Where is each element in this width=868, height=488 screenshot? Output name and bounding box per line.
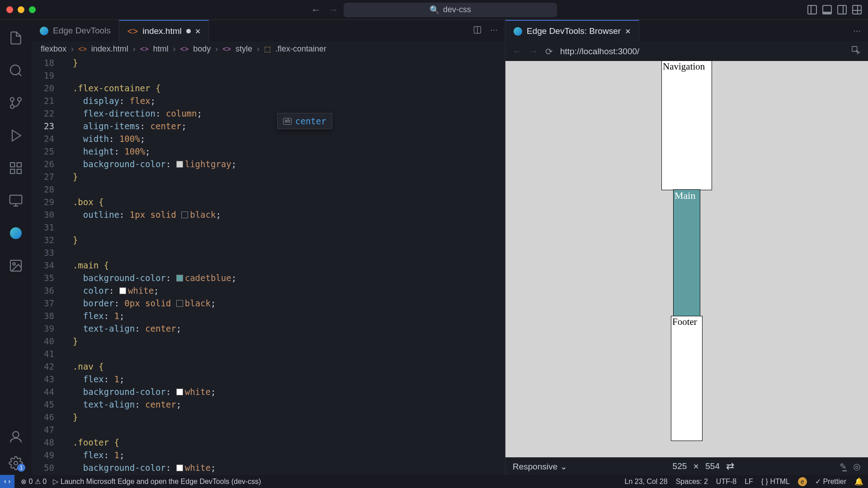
more-actions-icon[interactable]: ⋯	[490, 25, 498, 37]
edge-icon	[514, 27, 522, 36]
html-file-icon: <>	[78, 45, 87, 53]
close-window-button[interactable]	[6, 6, 13, 13]
svg-point-2	[10, 105, 14, 108]
maximize-window-button[interactable]	[29, 6, 36, 13]
preview-tabs: Edge DevTools: Browser × ⋯	[505, 20, 868, 42]
intellisense-suggestion[interactable]: ab center	[277, 113, 332, 129]
svg-point-12	[13, 432, 19, 437]
emulation-toolbar: Responsive ⌄ 525 ✕ 554 ⇄ ✎̲ ◎	[505, 457, 868, 475]
tag-icon: <>	[222, 45, 231, 53]
dimension-separator: ✕	[693, 462, 699, 471]
html-file-icon: <>	[127, 26, 138, 37]
browser-toolbar: ← → ⟳ http://localhost:3000/	[505, 42, 868, 61]
svg-point-11	[13, 263, 15, 265]
browser-forward-icon[interactable]: →	[529, 46, 538, 56]
svg-point-0	[10, 65, 20, 75]
source-control-icon[interactable]	[9, 96, 23, 110]
svg-rect-5	[10, 163, 14, 167]
indentation-status[interactable]: Spaces: 2	[676, 478, 708, 486]
viewport-height[interactable]: 554	[705, 461, 720, 471]
titlebar: ← → 🔍 dev-css	[0, 0, 868, 20]
breadcrumb-item[interactable]: html	[153, 44, 168, 54]
rotate-viewport-icon[interactable]: ⇄	[726, 460, 734, 472]
svg-marker-4	[12, 130, 21, 141]
breadcrumb-item[interactable]: body	[193, 44, 211, 54]
launch-edge-status[interactable]: ▷ Launch Microsoft Edge and open the Edg…	[53, 477, 261, 486]
tab-label: Edge DevTools: Browser	[527, 26, 621, 36]
preview-nav-element: Navigation	[662, 61, 712, 190]
notifications-icon[interactable]: 🔔	[854, 477, 863, 486]
svg-rect-7	[10, 169, 14, 174]
encoding-status[interactable]: UTF-8	[716, 478, 736, 486]
breadcrumb-item[interactable]: style	[236, 44, 252, 54]
screencast-options-icon[interactable]: ✎̲	[840, 461, 847, 472]
css-mirror-icon[interactable]: ◎	[853, 461, 861, 472]
dirty-indicator-icon	[186, 29, 191, 33]
browser-url[interactable]: http://localhost:3000/	[560, 47, 639, 56]
preview-main-element: Main	[674, 190, 700, 316]
breadcrumbs[interactable]: flexbox› <> index.html› <> html› <> body…	[32, 42, 505, 56]
nav-forward-icon[interactable]: →	[328, 4, 338, 16]
browser-back-icon[interactable]: ←	[513, 46, 522, 56]
more-actions-icon[interactable]: ⋯	[853, 26, 861, 36]
code-lines[interactable]: } .flex-container { display: flex; flex-…	[62, 56, 505, 475]
problems-status[interactable]: ⊗ 0 ⚠ 0	[21, 478, 47, 486]
tab-label: index.html	[142, 26, 182, 36]
search-label: dev-css	[443, 5, 471, 14]
preview-footer-element: Footer	[671, 316, 702, 441]
search-icon[interactable]	[9, 63, 23, 78]
edge-tools-status-icon[interactable]: e	[798, 477, 807, 486]
status-bar: ⊗ 0 ⚠ 0 ▷ Launch Microsoft Edge and open…	[0, 475, 868, 488]
svg-point-3	[10, 98, 14, 101]
image-gallery-icon[interactable]	[9, 258, 23, 273]
svg-point-1	[18, 98, 21, 101]
layout-sidebar-right-icon[interactable]	[837, 5, 847, 14]
tab-label: Edge DevTools	[53, 26, 111, 36]
layout-panel-bottom-icon[interactable]	[822, 5, 832, 14]
close-tab-icon[interactable]: ×	[625, 26, 631, 37]
language-mode-status[interactable]: { } HTML	[761, 478, 790, 486]
settings-icon[interactable]	[9, 456, 23, 470]
device-mode-dropdown[interactable]: Responsive ⌄	[513, 461, 567, 472]
viewport-width[interactable]: 525	[673, 461, 687, 471]
window-controls	[6, 6, 36, 13]
breadcrumb-item[interactable]: flexbox	[41, 44, 66, 54]
css-rule-icon: ⬚	[264, 45, 271, 53]
editor-group-left: Edge DevTools <> index.html × ⋯ flexbox›…	[32, 20, 505, 475]
minimize-window-button[interactable]	[18, 6, 24, 13]
browser-viewport[interactable]: Navigation Main Footer	[505, 61, 868, 457]
inspect-element-icon[interactable]	[851, 45, 861, 57]
tab-edge-devtools[interactable]: Edge DevTools	[32, 20, 119, 42]
extensions-icon[interactable]	[9, 161, 23, 175]
cursor-position-status[interactable]: Ln 23, Col 28	[624, 478, 667, 486]
remote-indicator[interactable]	[0, 475, 14, 488]
value-icon: ab	[283, 118, 292, 125]
nav-back-icon[interactable]: ←	[311, 4, 321, 16]
editor-group-right: Edge DevTools: Browser × ⋯ ← → ⟳ http://…	[505, 20, 868, 475]
tag-icon: <>	[180, 45, 189, 53]
browser-reload-icon[interactable]: ⟳	[545, 46, 553, 57]
svg-rect-6	[17, 163, 21, 167]
accounts-icon[interactable]	[9, 430, 23, 444]
close-tab-icon[interactable]: ×	[195, 26, 201, 37]
tab-edge-browser[interactable]: Edge DevTools: Browser ×	[505, 20, 639, 42]
svg-point-13	[14, 461, 18, 465]
explorer-icon[interactable]	[9, 31, 23, 45]
svg-rect-9	[10, 195, 22, 204]
split-editor-icon[interactable]	[473, 25, 482, 37]
code-editor[interactable]: 1819202122232425262728293031323334353637…	[32, 56, 505, 475]
prettier-status[interactable]: Prettier	[815, 477, 846, 486]
line-number-gutter: 1819202122232425262728293031323334353637…	[32, 56, 62, 475]
breadcrumb-item[interactable]: .flex-container	[275, 44, 326, 54]
breadcrumb-item[interactable]: index.html	[91, 44, 128, 54]
tab-index-html[interactable]: <> index.html ×	[119, 20, 209, 42]
edge-tools-icon[interactable]	[9, 226, 23, 240]
svg-rect-8	[17, 169, 21, 174]
command-center-search[interactable]: 🔍 dev-css	[344, 3, 557, 17]
chevron-down-icon: ⌄	[560, 462, 567, 471]
eol-status[interactable]: LF	[745, 478, 753, 486]
remote-explorer-icon[interactable]	[9, 193, 23, 208]
layout-sidebar-left-icon[interactable]	[807, 5, 817, 14]
layout-customize-icon[interactable]	[852, 5, 862, 14]
run-debug-icon[interactable]	[9, 128, 23, 143]
